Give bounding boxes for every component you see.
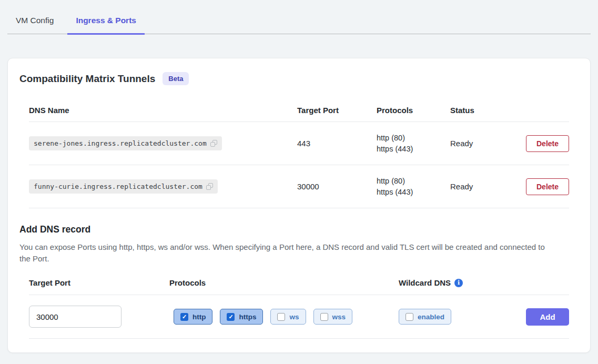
dns-name-text: funny-curie.ingress.replicatedcluster.co… xyxy=(34,183,202,190)
protocol-chip-ws[interactable]: ws xyxy=(270,309,306,325)
protocol-chip-http[interactable]: ✓http xyxy=(174,309,212,325)
tunnels-card: Compatibility Matrix Tunnels Beta DNS Na… xyxy=(7,58,591,353)
protocol-line: http (80) xyxy=(377,176,450,187)
tab-ingress-ports[interactable]: Ingress & Ports xyxy=(67,8,145,35)
status-value: Ready xyxy=(450,139,524,148)
add-dns-record-description: You can expose Ports using http, https, … xyxy=(19,241,556,265)
col-header-dns-name: DNS Name xyxy=(29,106,297,115)
form-header-row: Target Port Protocols Wildcard DNS i xyxy=(29,278,569,295)
protocol-chip-wss[interactable]: wss xyxy=(313,309,353,325)
card-title: Compatibility Matrix Tunnels xyxy=(19,73,155,85)
checkbox-checked-icon: ✓ xyxy=(180,313,188,321)
action-cell: Delete xyxy=(526,135,569,152)
target-port-value: 30000 xyxy=(297,182,377,191)
protocol-line: https (443) xyxy=(377,187,450,198)
add-dns-form: Target Port Protocols Wildcard DNS i ✓ht… xyxy=(29,278,569,339)
beta-badge: Beta xyxy=(163,72,189,85)
target-port-value: 443 xyxy=(297,139,377,148)
dns-name-text: serene-jones.ingress.replicatedcluster.c… xyxy=(34,139,207,147)
protocols-cell: http (80)https (443) xyxy=(377,133,450,155)
table-row: funny-curie.ingress.replicatedcluster.co… xyxy=(29,165,569,208)
form-header-protocols: Protocols xyxy=(169,278,399,295)
wildcard-dns-label: Wildcard DNS xyxy=(399,278,451,287)
protocol-options: ✓http✓httpswswss xyxy=(169,309,399,325)
table-body: serene-jones.ingress.replicatedcluster.c… xyxy=(29,122,569,208)
card-header: Compatibility Matrix Tunnels Beta xyxy=(19,72,579,85)
form-header-target-port: Target Port xyxy=(29,278,169,295)
protocols-cell: http (80)https (443) xyxy=(377,176,450,198)
form-input-row: ✓http✓httpswswss enabled Add xyxy=(29,295,569,339)
copy-icon[interactable] xyxy=(206,183,213,190)
dns-pill: serene-jones.ingress.replicatedcluster.c… xyxy=(29,136,222,150)
protocol-chip-https[interactable]: ✓https xyxy=(220,309,263,325)
action-cell: Delete xyxy=(526,178,569,195)
delete-button[interactable]: Delete xyxy=(526,135,569,152)
copy-icon[interactable] xyxy=(210,140,217,147)
protocol-line: http (80) xyxy=(377,133,450,144)
dns-pill: funny-curie.ingress.replicatedcluster.co… xyxy=(29,179,218,194)
protocol-line: https (443) xyxy=(377,144,450,155)
protocol-chip-label: https xyxy=(239,313,256,321)
status-value: Ready xyxy=(450,182,524,191)
add-dns-record-title: Add DNS record xyxy=(19,224,579,235)
info-icon[interactable]: i xyxy=(454,279,463,287)
checkbox-unchecked-icon xyxy=(277,313,285,321)
tab-vm-config[interactable]: VM Config xyxy=(7,8,62,35)
protocol-chip-label: ws xyxy=(289,313,299,321)
wildcard-chip-label: enabled xyxy=(418,313,444,321)
page: VM Config Ingress & Ports Compatibility … xyxy=(0,0,598,364)
col-header-target-port: Target Port xyxy=(297,106,377,115)
table-row: serene-jones.ingress.replicatedcluster.c… xyxy=(29,122,569,165)
add-button[interactable]: Add xyxy=(526,308,569,326)
delete-button[interactable]: Delete xyxy=(526,178,569,195)
wildcard-option: enabled xyxy=(399,309,451,325)
dns-name-cell: serene-jones.ingress.replicatedcluster.c… xyxy=(29,136,297,150)
col-header-status: Status xyxy=(450,106,524,115)
protocol-chip-label: http xyxy=(192,313,206,321)
target-port-input[interactable] xyxy=(29,306,121,328)
tab-bar: VM Config Ingress & Ports xyxy=(7,0,591,34)
dns-name-cell: funny-curie.ingress.replicatedcluster.co… xyxy=(29,179,297,194)
tunnels-table: DNS Name Target Port Protocols Status se… xyxy=(29,99,569,208)
table-header-row: DNS Name Target Port Protocols Status xyxy=(29,99,569,122)
checkbox-unchecked-icon xyxy=(320,313,328,321)
protocol-chip-label: wss xyxy=(332,313,346,321)
checkbox-checked-icon: ✓ xyxy=(227,313,235,321)
form-header-wildcard-dns: Wildcard DNS i xyxy=(399,278,569,295)
wildcard-chip-enabled[interactable]: enabled xyxy=(399,309,451,325)
col-header-protocols: Protocols xyxy=(377,106,450,115)
checkbox-unchecked-icon xyxy=(406,313,413,321)
